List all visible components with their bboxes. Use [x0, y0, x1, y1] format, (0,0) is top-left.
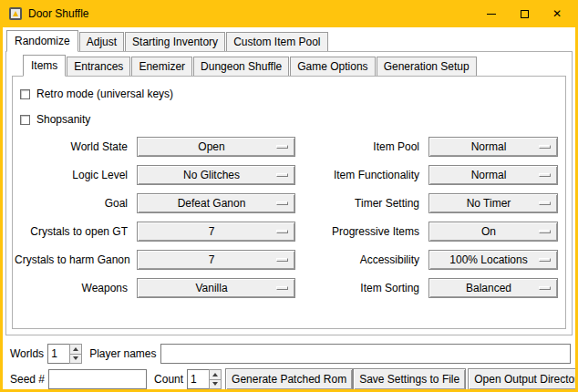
open-output-directory-button[interactable]: Open Output Directory	[468, 368, 575, 389]
titlebar[interactable]: Door Shuffle ✕	[3, 0, 575, 27]
shopsanity-label: Shopsanity	[36, 113, 90, 126]
item-pool-value: Normal	[471, 140, 516, 153]
accessibility-value: 100% Locations	[449, 253, 536, 266]
crystals-open-gt-label: Crystals to open GT	[15, 225, 128, 238]
arrow-up-icon	[73, 347, 78, 351]
progressive-items-value: On	[481, 225, 505, 238]
tab-generation-setup[interactable]: Generation Setup	[377, 57, 477, 76]
bottom-bar: Worlds Player names Seed # Count	[3, 335, 575, 389]
item-pool-dropdown[interactable]: Normal	[428, 137, 558, 157]
tab-items[interactable]: Items	[23, 55, 66, 77]
crystals-open-gt-dropdown[interactable]: 7	[137, 222, 295, 242]
close-icon: ✕	[552, 8, 562, 19]
accessibility-dropdown[interactable]: 100% Locations	[428, 250, 558, 270]
worlds-spinner-arrows	[69, 344, 82, 364]
item-functionality-value: Normal	[471, 169, 516, 181]
tab-game-options[interactable]: Game Options	[290, 57, 375, 76]
generate-patched-rom-button[interactable]: Generate Patched Rom	[225, 368, 353, 389]
worlds-up-button[interactable]	[69, 344, 82, 355]
maximize-icon	[521, 10, 529, 18]
weapons-value: Vanilla	[195, 282, 236, 294]
window-controls: ✕	[475, 0, 573, 27]
tab-dungeon-shuffle[interactable]: Dungeon Shuffle	[193, 57, 289, 76]
randomize-panel: Items Entrances Enemizer Dungeon Shuffle…	[5, 51, 573, 335]
count-up-button[interactable]	[209, 369, 222, 380]
checkbox-box-icon	[20, 115, 30, 125]
world-state-label: World State	[15, 140, 128, 153]
timer-setting-dropdown[interactable]: No Timer	[428, 193, 558, 213]
options-form: World State Open Item Pool Normal Logic …	[15, 137, 556, 298]
player-names-label: Player names	[89, 347, 156, 360]
tab-adjust[interactable]: Adjust	[79, 32, 124, 51]
worlds-input[interactable]	[47, 344, 69, 364]
items-panel: Retro mode (universal keys) Shopsanity W…	[12, 76, 566, 329]
crystals-open-gt-value: 7	[209, 225, 224, 238]
progressive-items-dropdown[interactable]: On	[428, 222, 558, 242]
minimize-button[interactable]	[475, 0, 508, 27]
logic-level-dropdown[interactable]: No Glitches	[137, 165, 295, 185]
worlds-label: Worlds	[10, 347, 44, 360]
tab-randomize[interactable]: Randomize	[6, 30, 78, 52]
save-settings-button[interactable]: Save Settings to File	[353, 368, 466, 389]
dropdown-indicator-icon	[276, 230, 288, 233]
item-sorting-label: Item Sorting	[304, 282, 419, 294]
minimize-icon	[487, 14, 496, 15]
maximize-button[interactable]	[508, 0, 541, 27]
arrow-down-icon	[212, 382, 218, 386]
world-state-value: Open	[198, 140, 233, 153]
window-title: Door Shuffle	[28, 7, 89, 20]
worlds-row: Worlds Player names	[3, 344, 575, 364]
client-area: Randomize Adjust Starting Inventory Cust…	[3, 27, 575, 389]
outer-tab-bar: Randomize Adjust Starting Inventory Cust…	[6, 30, 575, 51]
arrow-up-icon	[212, 373, 218, 377]
retro-mode-checkbox[interactable]: Retro mode (universal keys)	[20, 86, 565, 102]
tab-starting-inventory[interactable]: Starting Inventory	[125, 32, 225, 51]
shopsanity-checkbox[interactable]: Shopsanity	[20, 111, 565, 128]
tab-entrances[interactable]: Entrances	[67, 57, 130, 76]
seed-row: Seed # Count Generate Patched Rom Save S…	[3, 368, 575, 389]
arrow-down-icon	[73, 356, 78, 360]
dropdown-indicator-icon	[276, 286, 288, 290]
worlds-down-button[interactable]	[69, 355, 82, 365]
dropdown-indicator-icon	[539, 258, 551, 262]
checkbox-box-icon	[20, 89, 30, 99]
item-pool-label: Item Pool	[304, 140, 419, 153]
goal-value: Defeat Ganon	[178, 197, 255, 210]
dropdown-indicator-icon	[539, 230, 551, 233]
weapons-label: Weapons	[15, 282, 128, 294]
world-state-dropdown[interactable]: Open	[137, 137, 295, 157]
weapons-dropdown[interactable]: Vanilla	[137, 278, 295, 298]
accessibility-label: Accessibility	[304, 253, 419, 266]
item-functionality-label: Item Functionality	[304, 169, 419, 181]
seed-label: Seed #	[10, 373, 45, 386]
dropdown-indicator-icon	[539, 201, 551, 205]
worlds-spinner	[47, 344, 82, 364]
count-label: Count	[154, 373, 183, 386]
logic-level-label: Logic Level	[15, 169, 128, 181]
dropdown-indicator-icon	[539, 173, 551, 177]
count-spinner	[187, 369, 222, 389]
count-down-button[interactable]	[209, 380, 222, 390]
goal-dropdown[interactable]: Defeat Ganon	[137, 193, 295, 213]
count-input[interactable]	[187, 369, 209, 389]
goal-label: Goal	[15, 197, 128, 210]
tab-custom-item-pool[interactable]: Custom Item Pool	[226, 32, 327, 51]
count-spinner-arrows	[209, 369, 222, 389]
dropdown-indicator-icon	[539, 145, 551, 149]
crystals-harm-ganon-value: 7	[209, 253, 224, 266]
dropdown-indicator-icon	[539, 286, 551, 290]
timer-setting-label: Timer Setting	[304, 197, 419, 210]
dropdown-indicator-icon	[276, 173, 288, 177]
crystals-harm-ganon-dropdown[interactable]: 7	[137, 250, 295, 270]
tab-enemizer[interactable]: Enemizer	[131, 57, 192, 76]
item-sorting-dropdown[interactable]: Balanced	[428, 278, 558, 298]
door-shuffle-window: Door Shuffle ✕ Randomize Adjust Starting…	[0, 0, 578, 392]
inner-tab-bar: Items Entrances Enemizer Dungeon Shuffle…	[23, 55, 572, 76]
dropdown-indicator-icon	[276, 201, 288, 205]
close-button[interactable]: ✕	[541, 0, 573, 27]
retro-mode-label: Retro mode (universal keys)	[36, 88, 173, 100]
crystals-harm-ganon-label: Crystals to harm Ganon	[15, 253, 128, 266]
seed-input[interactable]	[48, 369, 147, 389]
player-names-input[interactable]	[160, 344, 572, 364]
item-functionality-dropdown[interactable]: Normal	[428, 165, 558, 185]
